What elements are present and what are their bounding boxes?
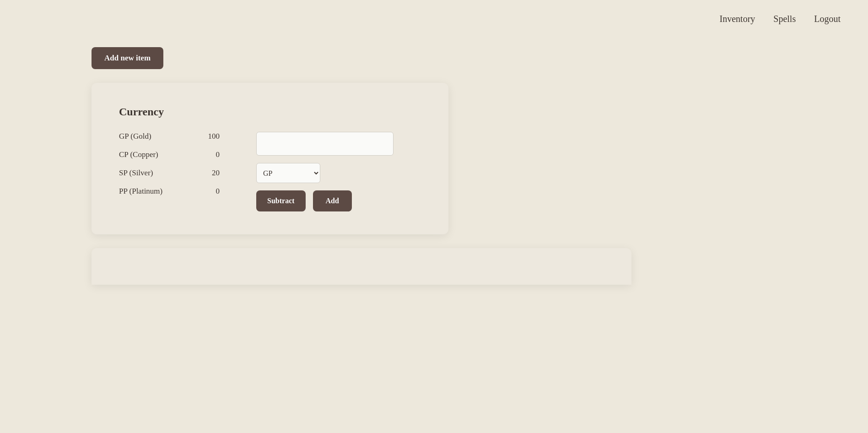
currency-card: Currency GP (Gold) 100 CP (Copper) 0 SP … — [92, 83, 448, 234]
currency-label-cp: CP (Copper) — [119, 150, 158, 159]
currency-action-buttons: Subtract Add — [256, 190, 394, 211]
currency-type-select[interactable]: GP CP SP PP — [256, 163, 320, 183]
currency-value-cp: 0 — [206, 150, 220, 159]
currency-controls: GP CP SP PP Subtract Add — [256, 132, 394, 211]
currency-layout: GP (Gold) 100 CP (Copper) 0 SP (Silver) … — [119, 132, 421, 211]
currency-row-sp: SP (Silver) 20 — [119, 168, 220, 178]
currency-value-gp: 100 — [206, 132, 220, 141]
currency-value-pp: 0 — [206, 187, 220, 196]
currency-list: GP (Gold) 100 CP (Copper) 0 SP (Silver) … — [119, 132, 220, 196]
currency-row-cp: CP (Copper) 0 — [119, 150, 220, 159]
main-content: Add new item Currency GP (Gold) 100 CP (… — [0, 38, 868, 294]
nav-spells[interactable]: Spells — [773, 14, 796, 24]
currency-row-pp: PP (Platinum) 0 — [119, 187, 220, 196]
add-button[interactable]: Add — [313, 190, 352, 211]
navigation: Inventory Spells Logout — [0, 0, 868, 38]
currency-amount-input[interactable] — [256, 132, 394, 156]
add-new-item-button[interactable]: Add new item — [92, 47, 163, 69]
nav-logout[interactable]: Logout — [814, 14, 841, 24]
second-card — [92, 248, 631, 285]
currency-label-gp: GP (Gold) — [119, 132, 151, 141]
currency-row-gp: GP (Gold) 100 — [119, 132, 220, 141]
currency-label-sp: SP (Silver) — [119, 168, 153, 178]
currency-label-pp: PP (Platinum) — [119, 187, 162, 196]
subtract-button[interactable]: Subtract — [256, 190, 306, 211]
currency-value-sp: 20 — [206, 168, 220, 178]
currency-title: Currency — [119, 106, 421, 118]
nav-inventory[interactable]: Inventory — [720, 14, 755, 24]
